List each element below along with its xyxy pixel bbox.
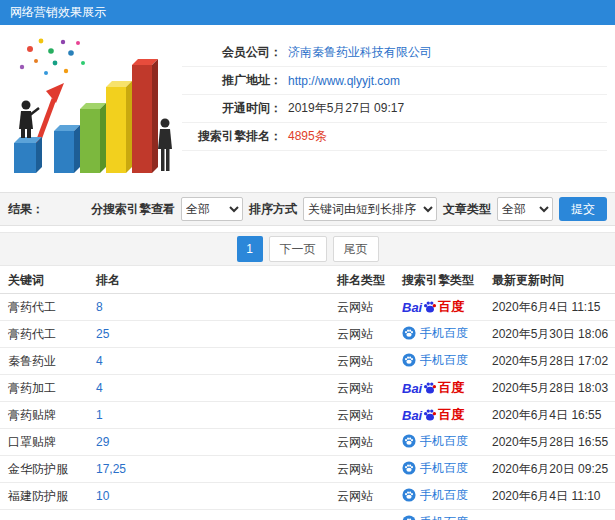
mobile-baidu-icon: [402, 353, 416, 367]
update-time-cell: 2020年5月28日 18:03: [484, 380, 615, 397]
rank-type-cell: 云网站: [329, 380, 394, 397]
page-title: 网络营销效果展示: [10, 5, 106, 19]
mobile-baidu-label: 手机百度: [420, 433, 468, 450]
rank-type-cell: 云网站: [329, 461, 394, 478]
rank-type-cell: 云网站: [329, 488, 394, 505]
mobile-baidu-icon: [402, 515, 416, 520]
update-time-cell: 2020年5月28日 17:02: [484, 353, 615, 370]
open-time-label: 开通时间：: [182, 100, 282, 117]
engine-cell: 手机百度: [394, 487, 484, 506]
field-open-time: 开通时间： 2019年5月27日 09:17: [182, 95, 607, 123]
engine-filter-select[interactable]: 全部: [181, 197, 243, 221]
rank-link[interactable]: 8: [96, 300, 103, 314]
rank-type-cell: 云网站: [329, 299, 394, 316]
update-time-cell: 2020年6月20日 09:25: [484, 461, 615, 478]
engine-cell: 手机百度: [394, 352, 484, 371]
mobile-baidu-icon: [402, 326, 416, 340]
mobile-baidu-icon: [402, 434, 416, 448]
rank-type-cell: 云网站: [329, 353, 394, 370]
mobile-baidu-label: 手机百度: [420, 325, 468, 342]
member-info-section: 会员公司： 济南秦鲁药业科技有限公司 推广地址： http://www.qlyy…: [0, 25, 615, 186]
mobile-baidu-logo: 手机百度: [402, 487, 468, 504]
mobile-baidu-logo: 手机百度: [402, 460, 468, 477]
baidu-paw-icon: [423, 300, 437, 314]
filter-bar: 结果： 分搜索引擎查看 全部 排序方式 关键词由短到长排序 文章类型 全部 提交: [0, 192, 615, 226]
baidu-logo-cjk: 百度: [438, 406, 464, 424]
keyword-cell: 金华防护服: [0, 461, 88, 478]
last-page-button[interactable]: 尾页: [333, 236, 379, 262]
header-keyword: 关键词: [0, 272, 88, 289]
mobile-baidu-icon: [402, 488, 416, 502]
baidu-logo: Bai 百度: [402, 406, 464, 424]
rank-link[interactable]: 4: [96, 381, 103, 395]
baidu-paw-icon: [423, 408, 437, 422]
company-link[interactable]: 济南秦鲁药业科技有限公司: [288, 44, 432, 61]
engine-cell: 手机百度: [394, 325, 484, 344]
rank-link[interactable]: 29: [96, 435, 109, 449]
baidu-logo-cjk: 百度: [438, 379, 464, 397]
pagination: 1 下一页 尾页: [0, 232, 615, 266]
mobile-baidu-logo: 手机百度: [402, 325, 468, 342]
header-engine-type: 搜索引擎类型: [394, 272, 484, 289]
open-time-value: 2019年5月27日 09:17: [288, 100, 404, 117]
keyword-cell: 膏药贴牌: [0, 407, 88, 424]
rank-link[interactable]: 25: [96, 327, 109, 341]
engine-filter-label: 分搜索引擎查看: [91, 201, 175, 218]
rank-link[interactable]: 1: [96, 408, 103, 422]
filter-controls: 分搜索引擎查看 全部 排序方式 关键词由短到长排序 文章类型 全部 提交: [91, 197, 607, 221]
keyword-cell: 福建防护服: [0, 488, 88, 505]
submit-button[interactable]: 提交: [559, 197, 607, 221]
table-row: 膏药代工 25 云网站: [0, 321, 615, 348]
article-type-select[interactable]: 全部: [497, 197, 553, 221]
update-time-cell: 2020年5月28日 16:55: [484, 434, 615, 451]
site-url-link[interactable]: http://www.qlyyjt.com: [288, 74, 400, 88]
company-label: 会员公司：: [182, 44, 282, 61]
engine-cell: Bai 百度: [394, 406, 484, 424]
header-rank-type: 排名类型: [329, 272, 394, 289]
baidu-logo-latin: Bai: [402, 300, 422, 315]
mobile-baidu-icon: [402, 461, 416, 475]
update-time-cell: 2020年6月4日 11:10: [484, 488, 615, 505]
engine-cell: 手机百度: [394, 460, 484, 479]
engine-cell: 手机百度: [394, 433, 484, 452]
header-rank: 排名: [88, 272, 329, 289]
table-row: 膏药贴牌 1 云网站 Bai 百度: [0, 402, 615, 429]
engine-cell: Bai 百度: [394, 379, 484, 397]
field-engine-rank: 搜索引擎排名： 4895条: [182, 123, 607, 151]
keyword-cell: 秦鲁药业: [0, 353, 88, 370]
results-label: 结果：: [8, 201, 44, 218]
table-header-row: 关键词 排名 排名类型 搜索引擎类型 最新更新时间: [0, 268, 615, 294]
update-time-cell: 2020年6月4日 16:55: [484, 407, 615, 424]
header-update-time: 最新更新时间: [484, 272, 615, 289]
rank-link[interactable]: 17,25: [96, 462, 126, 476]
page-current[interactable]: 1: [237, 236, 263, 262]
mobile-baidu-label: 手机百度: [420, 460, 468, 477]
keyword-cell: 膏药代工: [0, 299, 88, 316]
bar-chart-graphic: [8, 33, 176, 178]
member-fields: 会员公司： 济南秦鲁药业科技有限公司 推广地址： http://www.qlyy…: [182, 33, 607, 178]
baidu-logo-latin: Bai: [402, 381, 422, 396]
next-page-button[interactable]: 下一页: [269, 236, 327, 262]
baidu-logo-latin: Bai: [402, 408, 422, 423]
rank-link[interactable]: 4: [96, 354, 103, 368]
article-type-label: 文章类型: [443, 201, 491, 218]
rank-type-cell: 云网站: [329, 407, 394, 424]
rank-link[interactable]: 10: [96, 489, 109, 503]
engine-rank-label: 搜索引擎排名：: [182, 128, 282, 145]
baidu-logo: Bai 百度: [402, 379, 464, 397]
baidu-paw-icon: [423, 381, 437, 395]
title-bar: 网络营销效果展示: [0, 0, 615, 25]
engine-cell: Bai 百度: [394, 298, 484, 316]
mobile-baidu-logo: 手机百度: [402, 514, 468, 520]
mobile-baidu-label: 手机百度: [420, 487, 468, 504]
table-row: 口罩贴牌 29 云网站: [0, 429, 615, 456]
sort-mode-select[interactable]: 关键词由短到长排序: [303, 197, 437, 221]
table-row: 秦鲁药业 4 云网站: [0, 348, 615, 375]
baidu-logo: Bai 百度: [402, 298, 464, 316]
table-row: 手机百度: [0, 510, 615, 520]
table-row: 金华防护服 17,25 云网站: [0, 456, 615, 483]
keyword-rank-table: 关键词 排名 排名类型 搜索引擎类型 最新更新时间 膏药代工 8 云网站 Bai…: [0, 268, 615, 520]
table-row: 膏药加工 4 云网站 Bai 百度: [0, 375, 615, 402]
baidu-logo-cjk: 百度: [438, 298, 464, 316]
update-time-cell: 2020年5月30日 18:06: [484, 326, 615, 343]
